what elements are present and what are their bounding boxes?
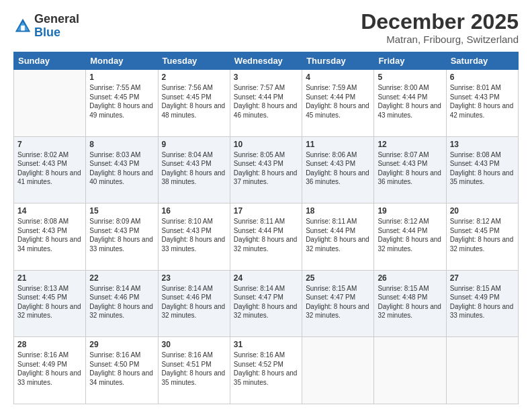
sunset-text: Sunset: 4:44 PM [234,93,298,102]
header: General Blue December 2025 Matran, Fribo… [13,10,519,45]
day-number: 21 [17,273,82,283]
cell-info: Sunrise: 8:15 AM Sunset: 4:48 PM Dayligh… [378,284,442,320]
header-sunday: Sunday [14,52,86,70]
table-row: 6 Sunrise: 8:01 AM Sunset: 4:43 PM Dayli… [446,70,518,137]
logo-general-text: General [34,13,79,26]
sunrise-text: Sunrise: 8:15 AM [306,284,370,293]
table-row [446,337,518,404]
daylight-text: Daylight: 8 hours and 33 minutes. [89,235,154,253]
daylight-text: Daylight: 8 hours and 40 minutes. [89,169,154,187]
daylight-text: Daylight: 8 hours and 35 minutes. [234,369,298,387]
cell-info: Sunrise: 8:13 AM Sunset: 4:45 PM Dayligh… [17,284,82,320]
calendar-week-row: 14 Sunrise: 8:08 AM Sunset: 4:43 PM Dayl… [14,203,519,271]
sunrise-text: Sunrise: 8:15 AM [450,284,515,293]
sunset-text: Sunset: 4:47 PM [306,293,370,302]
daylight-text: Daylight: 8 hours and 32 minutes. [306,302,370,320]
day-number: 10 [234,140,298,149]
table-row: 9 Sunrise: 8:04 AM Sunset: 4:43 PM Dayli… [158,136,230,203]
cell-info: Sunrise: 8:06 AM Sunset: 4:43 PM Dayligh… [306,150,370,187]
sunset-text: Sunset: 4:47 PM [234,293,298,302]
cell-info: Sunrise: 8:02 AM Sunset: 4:43 PM Dayligh… [17,150,82,187]
table-row: 31 Sunrise: 8:16 AM Sunset: 4:52 PM Dayl… [230,337,302,404]
cell-info: Sunrise: 8:15 AM Sunset: 4:49 PM Dayligh… [450,284,515,320]
header-monday: Monday [86,52,158,70]
cell-info: Sunrise: 7:57 AM Sunset: 4:44 PM Dayligh… [234,83,298,120]
weekday-header-row: Sunday Monday Tuesday Wednesday Thursday… [14,52,519,70]
day-number: 1 [89,73,154,82]
sunset-text: Sunset: 4:45 PM [89,93,154,102]
day-number: 2 [162,73,226,82]
sunrise-text: Sunrise: 8:12 AM [450,217,515,226]
sunrise-text: Sunrise: 8:00 AM [378,83,442,93]
table-row: 15 Sunrise: 8:09 AM Sunset: 4:43 PM Dayl… [86,203,158,271]
cell-info: Sunrise: 8:00 AM Sunset: 4:44 PM Dayligh… [378,83,442,120]
day-number: 18 [306,206,370,216]
calendar-week-row: 28 Sunrise: 8:16 AM Sunset: 4:49 PM Dayl… [14,337,519,404]
day-number: 27 [450,273,515,283]
sunset-text: Sunset: 4:43 PM [162,159,226,169]
day-number: 31 [234,340,298,349]
daylight-text: Daylight: 8 hours and 32 minutes. [234,302,298,320]
day-number: 15 [89,206,154,216]
calendar-table: Sunday Monday Tuesday Wednesday Thursday… [13,52,519,404]
table-row: 29 Sunrise: 8:16 AM Sunset: 4:50 PM Dayl… [86,337,158,404]
table-row [14,70,86,137]
cell-info: Sunrise: 7:55 AM Sunset: 4:45 PM Dayligh… [89,83,154,120]
cell-info: Sunrise: 8:10 AM Sunset: 4:43 PM Dayligh… [162,217,226,253]
table-row: 30 Sunrise: 8:16 AM Sunset: 4:51 PM Dayl… [158,337,230,404]
cell-info: Sunrise: 8:08 AM Sunset: 4:43 PM Dayligh… [450,150,515,187]
page: General Blue December 2025 Matran, Fribo… [0,0,532,411]
daylight-text: Daylight: 8 hours and 32 minutes. [306,235,370,253]
day-number: 13 [450,140,515,149]
logo-text: General Blue [34,13,79,40]
daylight-text: Daylight: 8 hours and 33 minutes. [162,235,226,253]
table-row: 5 Sunrise: 8:00 AM Sunset: 4:44 PM Dayli… [374,70,446,137]
header-wednesday: Wednesday [230,52,302,70]
header-thursday: Thursday [302,52,374,70]
sunset-text: Sunset: 4:51 PM [162,360,226,369]
sunrise-text: Sunrise: 8:16 AM [162,351,226,360]
sunset-text: Sunset: 4:43 PM [17,159,82,169]
table-row: 24 Sunrise: 8:14 AM Sunset: 4:47 PM Dayl… [230,270,302,337]
table-row: 12 Sunrise: 8:07 AM Sunset: 4:43 PM Dayl… [374,136,446,203]
cell-info: Sunrise: 8:16 AM Sunset: 4:51 PM Dayligh… [162,351,226,387]
daylight-text: Daylight: 8 hours and 32 minutes. [450,235,515,253]
sunset-text: Sunset: 4:46 PM [162,293,226,302]
sunset-text: Sunset: 4:43 PM [450,159,515,169]
table-row: 11 Sunrise: 8:06 AM Sunset: 4:43 PM Dayl… [302,136,374,203]
day-number: 16 [162,206,226,216]
table-row: 4 Sunrise: 7:59 AM Sunset: 4:44 PM Dayli… [302,70,374,137]
title-block: December 2025 Matran, Fribourg, Switzerl… [361,10,519,45]
cell-info: Sunrise: 8:01 AM Sunset: 4:43 PM Dayligh… [450,83,515,120]
table-row: 8 Sunrise: 8:03 AM Sunset: 4:43 PM Dayli… [86,136,158,203]
sunset-text: Sunset: 4:43 PM [306,159,370,169]
sunset-text: Sunset: 4:44 PM [234,226,298,236]
table-row [374,337,446,404]
sunset-text: Sunset: 4:43 PM [450,93,515,102]
sunrise-text: Sunrise: 8:16 AM [17,351,82,360]
sunrise-text: Sunrise: 8:13 AM [17,284,82,293]
sunset-text: Sunset: 4:45 PM [17,293,82,302]
daylight-text: Daylight: 8 hours and 48 minutes. [162,101,226,120]
sunrise-text: Sunrise: 8:04 AM [162,150,226,160]
sunrise-text: Sunrise: 8:14 AM [89,284,154,293]
sunrise-text: Sunrise: 8:06 AM [306,150,370,160]
day-number: 30 [162,340,226,349]
daylight-text: Daylight: 8 hours and 37 minutes. [234,169,298,187]
day-number: 9 [162,140,226,149]
sunrise-text: Sunrise: 8:11 AM [306,217,370,226]
cell-info: Sunrise: 8:14 AM Sunset: 4:47 PM Dayligh… [234,284,298,320]
daylight-text: Daylight: 8 hours and 34 minutes. [17,235,82,253]
sunset-text: Sunset: 4:43 PM [162,226,226,236]
day-number: 24 [234,273,298,283]
daylight-text: Daylight: 8 hours and 46 minutes. [234,101,298,120]
sunrise-text: Sunrise: 8:07 AM [378,150,442,160]
sunrise-text: Sunrise: 8:15 AM [378,284,442,293]
table-row: 16 Sunrise: 8:10 AM Sunset: 4:43 PM Dayl… [158,203,230,271]
cell-info: Sunrise: 8:05 AM Sunset: 4:43 PM Dayligh… [234,150,298,187]
sunset-text: Sunset: 4:49 PM [450,293,515,302]
cell-info: Sunrise: 8:08 AM Sunset: 4:43 PM Dayligh… [17,217,82,253]
daylight-text: Daylight: 8 hours and 43 minutes. [378,101,442,120]
sunrise-text: Sunrise: 8:10 AM [162,217,226,226]
daylight-text: Daylight: 8 hours and 32 minutes. [17,302,82,320]
